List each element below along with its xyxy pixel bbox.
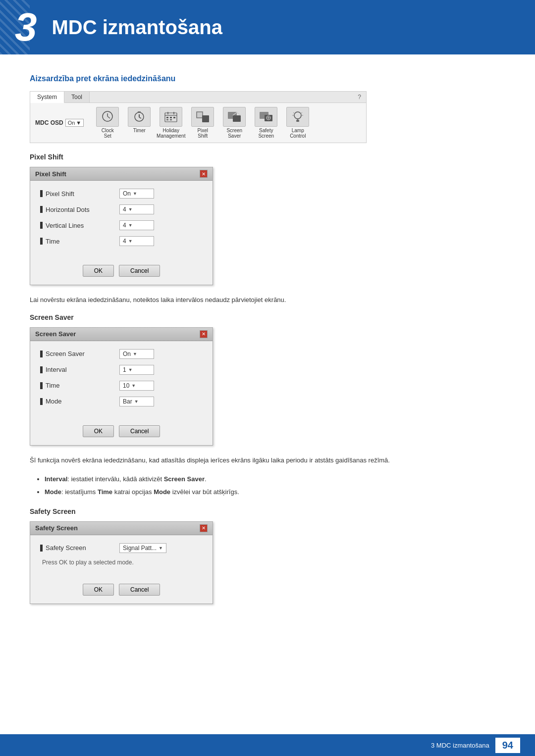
arrow-2: ▼: [128, 223, 133, 228]
main-content: Aizsardzība pret ekrāna iededzināšanu Sy…: [0, 54, 535, 644]
pixel-shift-text-2: Vertical Lines: [46, 222, 84, 229]
screen-saver-close-btn[interactable]: ✕: [200, 330, 208, 338]
safety-select-0[interactable]: Signal Patt... ▼: [119, 543, 166, 553]
ss-select-2[interactable]: 10 ▼: [119, 381, 154, 391]
pixel-shift-body: Pixel Shift On ▼ Horizontal Dots 4 ▼: [30, 181, 213, 260]
screen-saver-icon: [226, 109, 243, 124]
indicator-0: [40, 190, 43, 197]
footer-text: 3 MDC izmantošana: [431, 742, 489, 749]
pixel-shift-text-1: Horizontal Dots: [46, 206, 90, 213]
ss-row-2: Time 10 ▼: [40, 381, 203, 391]
pixel-shift-icon: [194, 109, 211, 124]
toolbar-icon-safety-screen[interactable]: SafetyScreen: [251, 107, 281, 139]
ss-select-1[interactable]: 1 ▼: [119, 365, 154, 375]
pixel-shift-val-0: On: [123, 190, 131, 197]
pixel-shift-titlebar: Pixel Shift ✕: [30, 167, 213, 181]
osd-arrow: ▼: [76, 120, 81, 126]
ss-arrow-0: ▼: [133, 352, 137, 356]
bullet-mode-keyword: Mode: [45, 488, 61, 496]
pixel-shift-dialog-title: Pixel Shift: [35, 170, 66, 178]
pixel-shift-close-btn[interactable]: ✕: [200, 170, 208, 178]
pixel-shift-text-0: Pixel Shift: [46, 190, 74, 198]
ss-text-3: Mode: [46, 398, 62, 405]
ss-select-3[interactable]: Bar ▼: [119, 397, 154, 406]
svg-line-32: [293, 112, 295, 114]
bullet-mode-end: izvēlei var būt atšķirīgs.: [170, 488, 239, 496]
holiday-icon: [162, 109, 179, 124]
toolbar-icon-timer[interactable]: Timer: [124, 107, 154, 139]
safety-screen-footer: OK Cancel: [30, 579, 213, 604]
ss-arrow-1: ▼: [128, 367, 133, 372]
ss-row-1: Interval 1 ▼: [40, 365, 203, 375]
clock-icon: [99, 109, 116, 124]
help-icon[interactable]: ?: [353, 92, 366, 102]
pixel-shift-select-0[interactable]: On ▼: [119, 189, 154, 199]
screen-saver-dialog: Screen Saver ✕ Screen Saver On ▼ Interva…: [30, 327, 213, 446]
pixel-shift-select-1[interactable]: 4 ▼: [119, 204, 154, 214]
toolbar-tabs: System Tool ?: [30, 92, 366, 103]
toolbar-body: MDC OSD On ▼ ClockSe: [30, 103, 366, 143]
toolbar-icon-clock-set[interactable]: ClockSet: [93, 107, 122, 139]
ss-text-0: Screen Saver: [46, 350, 85, 357]
screen-saver-title: Screen Saver: [30, 313, 505, 321]
toolbar-icon-lamp-control[interactable]: LampControl: [283, 107, 313, 139]
pixel-shift-label: PixelShift: [197, 128, 208, 139]
tab-tool[interactable]: Tool: [64, 92, 90, 102]
safety-val-0: Signal Patt...: [123, 545, 157, 552]
safety-screen-close-btn[interactable]: ✕: [200, 524, 208, 532]
toolbar-icons: ClockSet Timer: [93, 107, 313, 139]
ss-indicator-3: [40, 398, 43, 405]
safety-ok-btn[interactable]: OK: [83, 584, 114, 596]
pixel-shift-select-2[interactable]: 4 ▼: [119, 220, 154, 230]
pixel-shift-description: Lai novērstu ekrāna iededzināšanu, notei…: [30, 295, 505, 305]
osd-value: On: [68, 120, 75, 126]
pixel-shift-cancel-btn[interactable]: Cancel: [119, 265, 160, 277]
pixel-shift-row-0: Pixel Shift On ▼: [40, 189, 203, 199]
toolbar-icon-screen-saver[interactable]: ScreenSaver: [219, 107, 249, 139]
lamp-control-label: LampControl: [290, 128, 306, 139]
pixel-shift-val-2: 4: [123, 222, 126, 229]
pixel-shift-label-2: Vertical Lines: [40, 222, 119, 229]
arrow-1: ▼: [128, 207, 133, 212]
toolbar-icon-holiday[interactable]: HolidayManagement: [156, 107, 186, 139]
pixel-shift-ok-btn[interactable]: OK: [83, 265, 114, 277]
svg-rect-18: [197, 112, 202, 117]
lamp-control-icon: [289, 109, 306, 124]
svg-rect-17: [202, 115, 209, 122]
screen-saver-footer: OK Cancel: [30, 420, 213, 445]
bullet-interval-highlight: Screen Saver: [164, 475, 205, 483]
mdc-osd-control: MDC OSD On ▼: [35, 119, 84, 127]
safety-screen-icon: [258, 109, 274, 124]
toolbar-container: System Tool ? MDC OSD On ▼: [30, 91, 367, 143]
svg-rect-13: [173, 117, 175, 118]
safety-cancel-btn[interactable]: Cancel: [119, 584, 160, 596]
ss-row-3: Mode Bar ▼: [40, 397, 203, 406]
page-footer: 3 MDC izmantošana 94: [0, 734, 535, 756]
bullet-mode-text1: : iestatījums: [61, 488, 98, 496]
svg-rect-15: [170, 119, 172, 120]
ss-ok-btn[interactable]: OK: [83, 425, 114, 437]
ss-text-1: Interval: [46, 366, 67, 373]
chapter-title: MDC izmantošana: [52, 16, 223, 39]
osd-dropdown[interactable]: On ▼: [65, 119, 84, 127]
lamp-control-icon-box: [286, 107, 309, 127]
section-heading: Aizsardzība pret ekrāna iededzināšanu: [30, 74, 505, 83]
svg-rect-12: [170, 117, 172, 118]
ss-cancel-btn[interactable]: Cancel: [119, 425, 160, 437]
pixel-shift-select-3[interactable]: 4 ▼: [119, 236, 154, 246]
indicator-1: [40, 206, 43, 213]
safety-screen-icon-box: [255, 107, 277, 127]
ss-val-2: 10: [123, 382, 129, 389]
safety-row-0: Safety Screen Signal Patt... ▼: [40, 543, 203, 553]
pixel-shift-icon-box: [191, 107, 214, 127]
toolbar-icon-pixel-shift[interactable]: PixelShift: [188, 107, 217, 139]
pixel-shift-row-2: Vertical Lines 4 ▼: [40, 220, 203, 230]
tab-system[interactable]: System: [30, 92, 64, 103]
ss-row-0: Screen Saver On ▼: [40, 349, 203, 359]
clock-icon-box: [96, 107, 119, 127]
bullet-mode-time: Time: [98, 488, 112, 496]
safety-indicator-0: [40, 545, 43, 552]
ss-select-0[interactable]: On ▼: [119, 349, 154, 359]
ss-val-1: 1: [123, 366, 126, 373]
bullet-mode: Mode: iestatījums Time katrai opcijas Mo…: [45, 487, 505, 498]
